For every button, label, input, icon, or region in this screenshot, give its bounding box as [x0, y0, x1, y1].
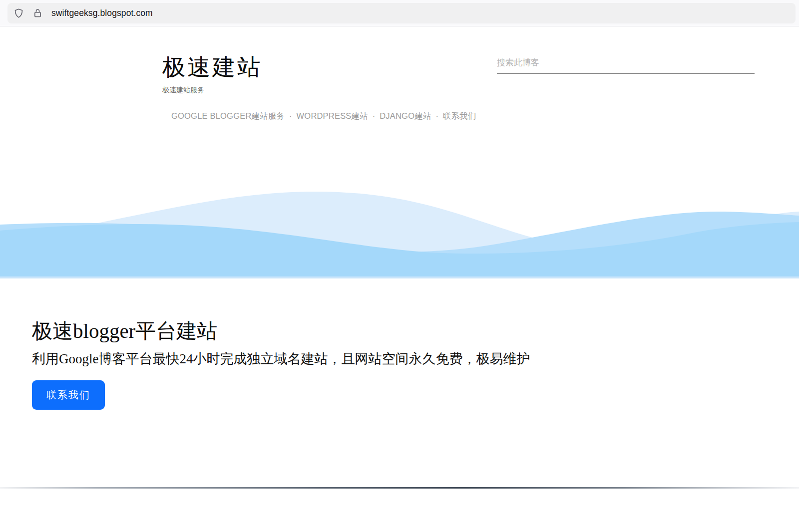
lock-icon [32, 8, 43, 18]
address-bar[interactable]: swiftgeeksg.blogspot.com [7, 3, 796, 23]
wave-bottom-strip [0, 276, 799, 278]
blog-title[interactable]: 极速建站 [162, 52, 262, 83]
search-input[interactable] [497, 53, 755, 74]
nav-separator: · [368, 111, 380, 120]
nav-separator: · [431, 111, 443, 120]
wave-hero-graphic [0, 184, 799, 278]
nav-link-4[interactable]: 联系我们 [443, 111, 476, 120]
post-description: 利用Google博客平台最快24小时完成独立域名建站，且网站空间永久免费，极易维… [32, 350, 536, 368]
nav-link-3[interactable]: DJANGO建站 [380, 111, 431, 120]
browser-toolbar: swiftgeeksg.blogspot.com [0, 0, 799, 26]
contact-us-button[interactable]: 联系我们 [32, 380, 105, 410]
footer-divider [0, 487, 799, 489]
blog-subtitle: 极速建站服务 [162, 86, 204, 95]
shield-icon[interactable] [13, 8, 24, 18]
header-nav: GOOGLE BLOGGER建站服务 · WORDPRESS建站 · DJANG… [171, 111, 621, 122]
post-heading: 极速blogger平台建站 [32, 317, 217, 345]
nav-link-2[interactable]: WORDPRESS建站 [297, 111, 368, 120]
url-text[interactable]: swiftgeeksg.blogspot.com [51, 8, 153, 18]
nav-link-1[interactable]: GOOGLE BLOGGER建站服务 [171, 111, 285, 120]
nav-separator: · [285, 111, 296, 120]
